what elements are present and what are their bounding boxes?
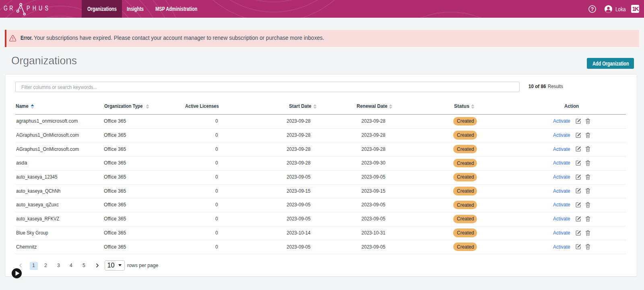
svg-text:?: ? [590, 6, 594, 12]
